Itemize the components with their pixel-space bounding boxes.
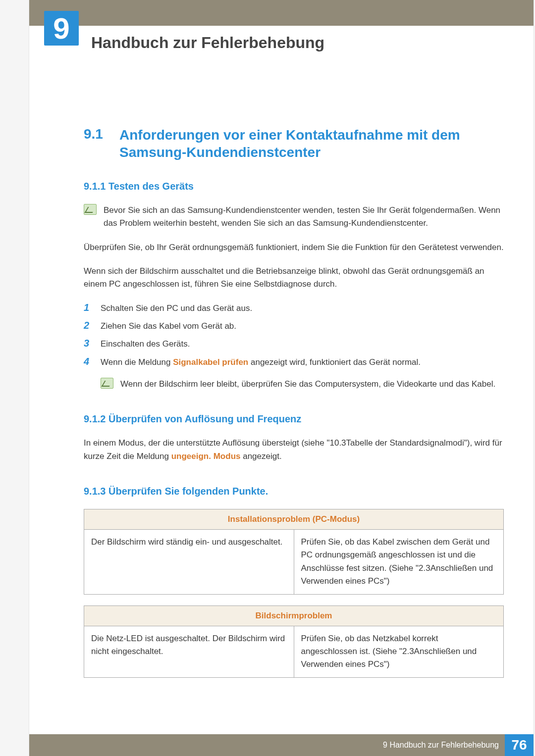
table-row: Die Netz-LED ist ausgeschaltet. Der Bild… (84, 626, 504, 677)
step-text-pre: Wenn die Meldung (101, 357, 173, 367)
step-number: 4 (84, 356, 94, 367)
step-text: Schalten Sie den PC und das Gerät aus. (101, 302, 252, 315)
chapter-title: Handbuch zur Fehlerbehebung (91, 34, 534, 52)
table-screen-problem: Bildschirmproblem Die Netz-LED ist ausge… (84, 605, 504, 678)
chapter-number-badge: 9 (44, 11, 79, 46)
step-text-post: angezeigt wird, funktioniert das Gerät n… (248, 357, 421, 367)
content-area: 9.1 Anforderungen vor einer Kontaktaufna… (29, 52, 534, 734)
table-cell-solution: Prüfen Sie, ob das Kabel zwischen dem Ge… (294, 530, 504, 594)
note-block: Wenn der Bildschirm leer bleibt, überprü… (101, 378, 504, 391)
text-post: angezeigt. (240, 452, 281, 461)
footer-chapter-label: 9 Handbuch zur Fehlerbehebung (383, 741, 499, 750)
table-header: Bildschirmproblem (84, 605, 504, 626)
table-cell-problem: Der Bildschirm wird ständig ein- und aus… (84, 530, 294, 594)
note-text: Bevor Sie sich an das Samsung-Kundendien… (104, 204, 504, 230)
page-number-box: 76 (505, 734, 534, 756)
text-bold: ungeeign. Modus (171, 452, 241, 461)
table-row: Der Bildschirm wird ständig ein- und aus… (84, 530, 504, 594)
step-item: 3 Einschalten des Geräts. (84, 338, 504, 351)
subsection-913-heading: 9.1.3 Überprüfen Sie folgenden Punkte. (84, 486, 504, 497)
note-icon (84, 204, 97, 215)
body-paragraph: Überprüfen Sie, ob Ihr Gerät ordnungsgem… (84, 241, 504, 254)
section-number: 9.1 (84, 126, 112, 161)
note-block: Bevor Sie sich an das Samsung-Kundendien… (84, 204, 504, 230)
section-title: Anforderungen vor einer Kontaktaufnahme … (119, 126, 504, 161)
subsection-911-heading: 9.1.1 Testen des Geräts (84, 181, 504, 192)
step-item: 1 Schalten Sie den PC und das Gerät aus. (84, 302, 504, 315)
table-header: Installationsproblem (PC-Modus) (84, 509, 504, 530)
footer-bar: 9 Handbuch zur Fehlerbehebung 76 (29, 734, 534, 756)
step-number: 1 (84, 302, 94, 313)
body-paragraph: Wenn sich der Bildschirm ausschaltet und… (84, 265, 504, 291)
step-item: 2 Ziehen Sie das Kabel vom Gerät ab. (84, 320, 504, 333)
step-number: 3 (84, 338, 94, 349)
header-bar (29, 0, 534, 26)
step-bold: Signalkabel prüfen (173, 357, 248, 367)
text-pre: In einem Modus, der die unterstützte Auf… (84, 438, 502, 460)
page-number: 76 (511, 737, 527, 753)
chapter-number: 9 (53, 11, 69, 46)
step-text: Wenn die Meldung Signalkabel prüfen ange… (101, 356, 421, 369)
section-heading: 9.1 Anforderungen vor einer Kontaktaufna… (84, 126, 504, 161)
note-icon (101, 378, 113, 389)
step-item: 4 Wenn die Meldung Signalkabel prüfen an… (84, 356, 504, 369)
subsection-912-heading: 9.1.2 Überprüfen von Auflösung und Frequ… (84, 413, 504, 425)
table-cell-solution: Prüfen Sie, ob das Netzkabel korrekt ang… (294, 626, 504, 677)
step-number: 2 (84, 320, 94, 331)
step-list: 1 Schalten Sie den PC und das Gerät aus.… (84, 302, 504, 369)
step-text: Ziehen Sie das Kabel vom Gerät ab. (101, 320, 236, 333)
note-text: Wenn der Bildschirm leer bleibt, überprü… (120, 378, 495, 391)
step-text: Einschalten des Geräts. (101, 338, 190, 351)
page-frame: 9 Handbuch zur Fehlerbehebung 9.1 Anford… (29, 0, 534, 756)
body-paragraph: In einem Modus, der die unterstützte Auf… (84, 437, 504, 463)
table-cell-problem: Die Netz-LED ist ausgeschaltet. Der Bild… (84, 626, 294, 677)
table-installation-problem: Installationsproblem (PC-Modus) Der Bild… (84, 509, 504, 594)
